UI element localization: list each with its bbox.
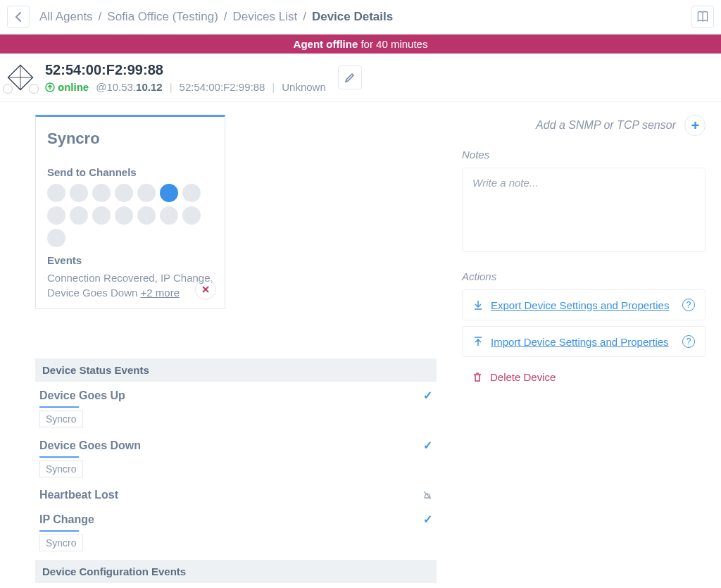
remove-card-button[interactable]	[195, 279, 216, 300]
section-header-status: Device Status Events	[35, 358, 437, 382]
upload-icon	[472, 336, 484, 347]
export-action[interactable]: Export Device Settings and Properties ?	[462, 289, 706, 320]
channel-icon[interactable]	[47, 184, 65, 202]
device-mac-secondary: 52:54:00:F2:99:88	[180, 81, 265, 93]
card-title: Syncro	[47, 130, 213, 148]
pencil-icon	[344, 72, 356, 83]
breadcrumb-item[interactable]: All Agents	[39, 10, 93, 24]
channel-icon[interactable]	[47, 206, 65, 225]
channel-icon-active[interactable]	[160, 184, 178, 202]
section-header-config: Device Configuration Events	[35, 560, 437, 583]
shield-icon	[29, 84, 39, 94]
trash-icon	[472, 372, 483, 383]
event-row: Heartbeat Lost	[35, 482, 437, 506]
channel-icon[interactable]	[115, 206, 133, 225]
breadcrumb-item[interactable]: Sofia Office (Testing)	[107, 10, 218, 24]
notes-header: Notes	[462, 149, 706, 161]
bell-off-icon[interactable]	[422, 490, 432, 500]
channel-icon[interactable]	[182, 184, 201, 202]
device-icon	[4, 63, 37, 92]
alert-banner: Agent offline for 40 minutes	[0, 35, 721, 54]
export-link[interactable]: Export Device Settings and Properties	[491, 299, 669, 311]
alert-duration: for 40 minutes	[360, 38, 427, 50]
chevron-left-icon	[15, 12, 22, 22]
channels-header: Send to Channels	[47, 166, 213, 178]
status-badge: online	[45, 81, 89, 93]
alert-label: Agent offline	[294, 38, 358, 50]
channel-icon[interactable]	[115, 184, 133, 202]
event-name: Heartbeat Lost	[39, 489, 118, 501]
help-button[interactable]	[691, 6, 714, 28]
more-events-link[interactable]: +2 more	[141, 287, 180, 299]
device-mac: 52:54:00:F2:99:88	[45, 62, 326, 78]
channel-icon[interactable]	[137, 184, 156, 202]
badge-icon	[3, 84, 13, 94]
channel-icon[interactable]	[92, 184, 111, 202]
breadcrumb-item-active: Device Details	[312, 10, 393, 24]
events-header: Events	[47, 254, 213, 266]
channel-icons	[47, 184, 209, 247]
channel-icon[interactable]	[137, 206, 156, 225]
add-sensor-label: Add a SNMP or TCP sensor	[536, 119, 676, 132]
channel-icon[interactable]	[70, 206, 88, 225]
event-tag[interactable]: Syncro	[39, 411, 83, 427]
actions-header: Actions	[462, 270, 706, 282]
event-tag[interactable]: Syncro	[39, 534, 83, 551]
check-icon[interactable]: ✓	[423, 513, 432, 526]
event-row: IP Change ✓ Syncro	[35, 506, 437, 556]
channel-icon[interactable]	[47, 229, 65, 247]
help-icon[interactable]: ?	[682, 335, 695, 348]
breadcrumb: All Agents/ Sofia Office (Testing)/ Devi…	[39, 10, 393, 24]
device-vendor: Unknown	[282, 81, 326, 93]
add-sensor-button[interactable]: +	[684, 115, 706, 136]
arrow-up-circle-icon	[45, 82, 55, 92]
delete-action[interactable]: Delete Device	[462, 363, 706, 392]
event-name: Device Goes Down	[39, 439, 141, 452]
check-icon[interactable]: ✓	[423, 389, 432, 402]
book-icon	[696, 10, 710, 24]
delete-label: Delete Device	[490, 371, 556, 383]
edit-button[interactable]	[338, 65, 362, 89]
breadcrumb-item[interactable]: Devices List	[233, 10, 298, 24]
check-icon[interactable]: ✓	[423, 439, 432, 452]
import-link[interactable]: Import Device Settings and Properties	[491, 336, 669, 348]
event-tag[interactable]: Syncro	[39, 461, 83, 477]
help-icon[interactable]: ?	[682, 299, 695, 311]
event-name: Device Goes Up	[39, 389, 125, 402]
event-row: Device Goes Up ✓ Syncro	[35, 382, 437, 432]
close-icon	[201, 285, 210, 294]
import-action[interactable]: Import Device Settings and Properties ?	[462, 326, 706, 357]
integration-card-syncro: Syncro Send to Channels Events	[35, 115, 225, 309]
channel-icon[interactable]	[182, 206, 201, 225]
channel-icon[interactable]	[160, 206, 178, 225]
channel-icon[interactable]	[92, 206, 111, 225]
device-ip: @10.53.10.12	[96, 81, 162, 93]
events-summary: Connection Recovered, IP Change, Device …	[47, 270, 213, 300]
channel-icon[interactable]	[70, 184, 88, 202]
event-row: Device Goes Down ✓ Syncro	[35, 432, 437, 482]
back-button[interactable]	[7, 6, 30, 28]
download-icon	[472, 299, 484, 311]
event-name: IP Change	[39, 513, 94, 526]
notes-input[interactable]: Write a note...	[462, 168, 706, 252]
